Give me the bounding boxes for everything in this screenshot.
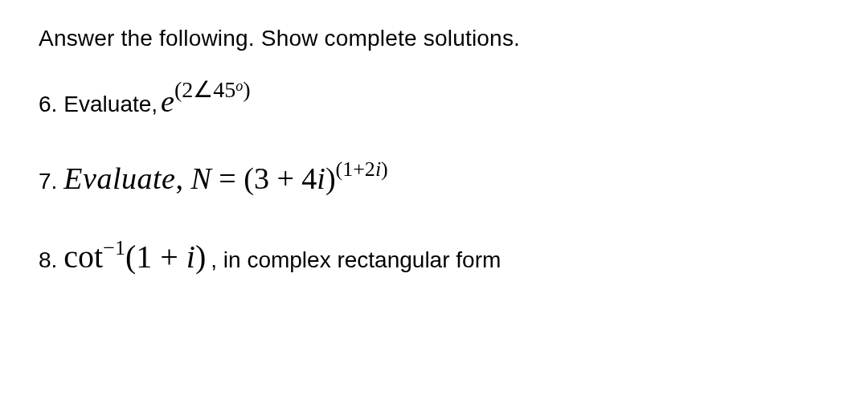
exp-superscript: (2∠45o) [174,77,251,102]
sup-open: ( [336,157,343,181]
problem-8-expression: cot−1(1 + i) [63,238,206,275]
cot-fn: cot [63,239,103,275]
sup-close: ) [381,157,388,181]
problem-number-6: 6. [39,92,57,117]
sup-open: ( [174,77,182,102]
sup-const: 1+2 [342,157,375,181]
degree-mark: o [235,78,243,94]
equals: = [211,161,244,195]
problem-7: 7. Evaluate, N = (3 + 4i)(1+2i) [39,161,829,196]
open-paren: ( [244,161,254,195]
comma: , [175,161,190,195]
sup-degrees: 45 [213,77,235,102]
sup-coef: 2 [182,77,193,102]
problem-6-expression: e(2∠45o) [161,84,251,119]
exponent: (1+2i) [336,157,388,181]
angle-symbol: ∠ [193,77,213,102]
problem-6: 6. Evaluate, e(2∠45o) [39,84,829,119]
close-paren: ) [326,161,336,195]
problem-number-8: 8. [39,247,57,273]
inverse-sup: −1 [103,236,125,259]
evaluate-word: Evaluate [63,161,175,196]
exp-base: e [161,84,174,118]
imag-i-8: i [186,239,195,275]
open-paren-8: ( [125,239,136,275]
var-N: N [190,161,211,195]
imag-i: i [317,161,326,195]
instruction-text: Answer the following. Show complete solu… [39,26,829,51]
problem-number-7: 7. [39,169,57,194]
problem-7-expression: , N = (3 + 4i)(1+2i) [175,161,387,196]
problem-8-tail: , in complex rectangular form [211,247,501,273]
const-3plus4: 3 + 4 [254,161,317,195]
problem-label-6: Evaluate, [63,92,158,117]
sup-close: ) [243,77,250,102]
close-paren-8: ) [195,239,206,275]
one-plus: 1 + [136,239,186,275]
problem-8: 8. cot−1(1 + i) , in complex rectangular… [39,238,829,275]
